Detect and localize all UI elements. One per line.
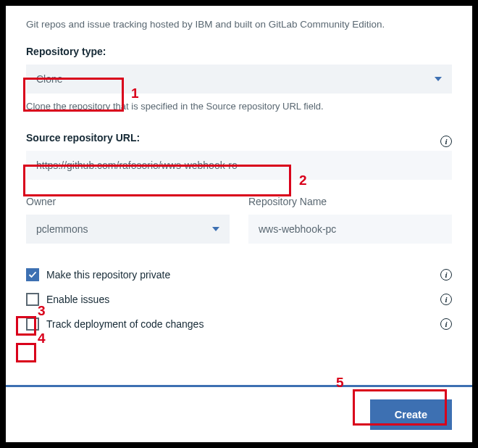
info-icon[interactable]: i [440,294,452,305]
repo-type-select[interactable]: Clone [26,65,452,94]
track-checkbox[interactable] [26,318,39,331]
private-checkbox[interactable] [26,268,39,281]
issues-label: Enable issues [46,294,109,305]
info-icon[interactable]: i [440,136,452,147]
owner-value: pclemmons [36,223,88,235]
chevron-down-icon [212,227,219,231]
create-button[interactable]: Create [370,399,452,430]
issues-checkbox[interactable] [26,293,39,306]
info-icon[interactable]: i [440,318,452,330]
repo-name-label: Repository Name [248,196,452,207]
repo-type-label: Repository type: [26,46,452,57]
source-url-label: Source repository URL: [26,132,140,144]
info-icon[interactable]: i [440,269,452,281]
repo-type-helper: Clone the repository that is specified i… [26,101,452,112]
track-label: Track deployment of code changes [46,318,204,330]
source-url-input[interactable] [26,151,452,180]
owner-select[interactable]: pclemmons [26,215,230,244]
repo-name-input[interactable] [248,215,452,244]
annotation-box [16,343,36,362]
page-description: Git repos and issue tracking hosted by I… [26,19,452,30]
repo-type-value: Clone [36,73,63,85]
chevron-down-icon [435,77,442,81]
footer: Create [6,387,472,442]
config-panel: Git repos and issue tracking hosted by I… [6,6,472,442]
private-label: Make this repository private [46,269,170,281]
check-icon [28,270,37,279]
owner-label: Owner [26,196,230,207]
